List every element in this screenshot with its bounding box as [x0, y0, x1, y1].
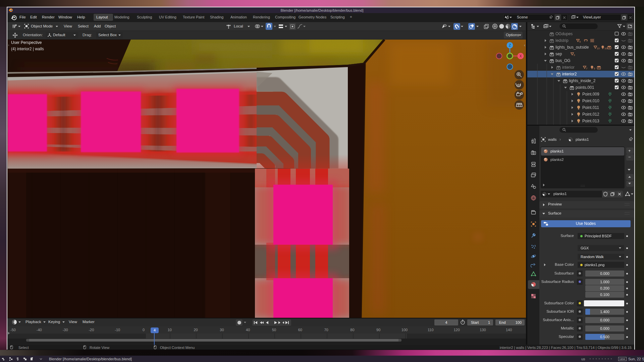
svg-text:Z: Z: [509, 44, 511, 47]
svg-text:‹: ‹: [524, 43, 525, 48]
svg-text:X: X: [520, 54, 522, 58]
